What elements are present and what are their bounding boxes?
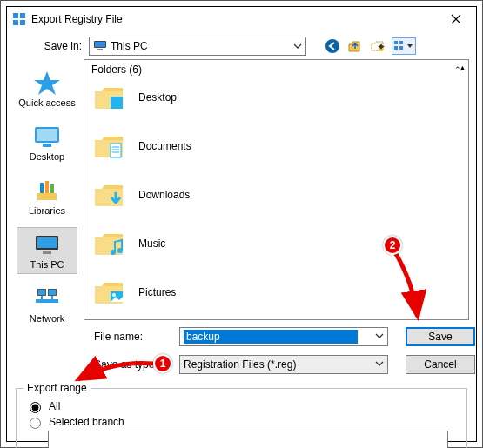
place-this-pc[interactable]: This PC	[17, 227, 77, 274]
view-menu-icon[interactable]	[392, 37, 416, 55]
annotation-arrow-1	[71, 353, 158, 388]
place-label: Network	[30, 313, 64, 324]
cancel-button[interactable]: Cancel	[406, 355, 475, 374]
desktop-icon	[32, 124, 62, 150]
place-label: Desktop	[30, 151, 64, 162]
folder-icon	[93, 83, 126, 112]
radio-all-label: All	[49, 400, 60, 412]
svg-rect-18	[40, 183, 44, 193]
folders-header-text: Folders (6)	[91, 64, 142, 76]
close-button[interactable]	[438, 8, 474, 30]
annotation-arrow-2	[383, 247, 435, 325]
svg-rect-16	[43, 144, 51, 147]
place-libraries[interactable]: Libraries	[17, 173, 77, 220]
svg-rect-27	[38, 290, 45, 295]
chevron-down-icon[interactable]	[375, 358, 384, 371]
app-icon	[12, 12, 26, 26]
svg-rect-2	[13, 20, 18, 25]
folders-group-header[interactable]: Folders (6) ⌃	[84, 60, 468, 79]
annotation-badge-2: 2	[383, 236, 402, 255]
save-as-type-value: Registration Files (*.reg)	[184, 358, 296, 371]
places-bar: Quick access Desktop Libraries This PC N	[10, 59, 84, 320]
svg-rect-6	[97, 49, 103, 50]
svg-rect-28	[49, 290, 56, 295]
save-as-type-dropdown[interactable]: Registration Files (*.reg)	[179, 355, 388, 374]
svg-rect-32	[111, 144, 121, 157]
place-desktop[interactable]: Desktop	[17, 119, 77, 166]
svg-rect-1	[20, 13, 25, 18]
svg-rect-0	[13, 13, 18, 18]
svg-point-37	[117, 248, 123, 253]
radio-selected-branch-row[interactable]: Selected branch	[25, 415, 458, 429]
pc-icon	[93, 40, 107, 53]
save-in-label: Save in:	[16, 40, 82, 52]
libraries-icon	[32, 177, 62, 204]
nav-toolbar: ✦	[324, 37, 416, 55]
folder-icon	[93, 180, 126, 210]
folder-name: Downloads	[138, 189, 190, 201]
svg-rect-22	[37, 237, 57, 248]
cancel-button-label: Cancel	[424, 358, 456, 371]
save-in-value: This PC	[111, 40, 148, 52]
folder-name: Music	[138, 237, 165, 250]
svg-text:✦: ✦	[377, 41, 386, 53]
place-network[interactable]: Network	[17, 281, 77, 328]
radio-selected-branch[interactable]	[30, 418, 41, 429]
folder-icon	[93, 229, 126, 258]
filename-input[interactable]	[179, 327, 388, 346]
svg-rect-3	[20, 20, 25, 25]
outer-frame: Export Registry File Save in: This PC	[0, 0, 483, 448]
svg-rect-12	[394, 46, 398, 50]
pc-icon	[32, 231, 62, 257]
radio-all[interactable]	[30, 402, 41, 413]
new-folder-icon[interactable]: ✦	[369, 37, 386, 55]
svg-rect-23	[43, 251, 51, 254]
folder-item-desktop[interactable]: Desktop	[93, 79, 460, 116]
svg-rect-24	[36, 299, 58, 303]
selected-branch-input[interactable]	[48, 431, 448, 448]
chevron-down-icon[interactable]	[375, 331, 384, 343]
svg-rect-31	[111, 97, 123, 109]
folder-name: Documents	[138, 140, 191, 152]
radio-selected-branch-label: Selected branch	[49, 416, 124, 428]
svg-point-39	[112, 293, 116, 297]
dialog-window: Export Registry File Save in: This PC	[6, 6, 477, 442]
window-title: Export Registry File	[31, 13, 123, 25]
back-icon[interactable]	[324, 37, 341, 55]
titlebar: Export Registry File	[7, 7, 476, 31]
annotation-badge-1: 1	[153, 354, 172, 373]
save-in-row: Save in: This PC ✦	[7, 33, 476, 59]
folder-name: Pictures	[138, 286, 176, 298]
export-range-group: Export range All Selected branch	[16, 388, 467, 448]
svg-rect-5	[95, 42, 105, 47]
svg-rect-11	[399, 41, 403, 44]
place-label: Libraries	[29, 205, 65, 216]
scroll-up-icon[interactable]: ▲	[459, 64, 466, 72]
chevron-down-icon	[293, 41, 302, 53]
svg-rect-17	[37, 193, 57, 200]
filename-text[interactable]	[184, 330, 358, 344]
svg-point-7	[325, 39, 339, 53]
folder-name: Desktop	[138, 91, 177, 104]
network-icon	[32, 285, 62, 311]
folder-item-downloads[interactable]: Downloads	[93, 177, 460, 213]
place-label: Quick access	[18, 97, 75, 108]
up-one-level-icon[interactable]	[346, 37, 364, 55]
star-icon	[32, 70, 62, 96]
svg-rect-15	[37, 129, 57, 141]
save-button-label: Save	[428, 331, 452, 343]
place-quick-access[interactable]: Quick access	[17, 65, 77, 112]
svg-rect-19	[45, 181, 49, 193]
save-button[interactable]: Save	[406, 327, 475, 346]
title-left: Export Registry File	[12, 12, 123, 26]
folder-icon	[93, 131, 126, 161]
filename-label: File name:	[94, 331, 171, 343]
svg-rect-20	[50, 184, 54, 193]
folder-item-documents[interactable]: Documents	[93, 128, 460, 164]
radio-all-row[interactable]: All	[25, 399, 458, 413]
svg-rect-10	[394, 41, 398, 44]
folder-icon	[93, 277, 126, 307]
place-label: This PC	[30, 259, 64, 270]
save-in-dropdown[interactable]: This PC	[89, 37, 306, 56]
svg-rect-13	[399, 46, 403, 50]
